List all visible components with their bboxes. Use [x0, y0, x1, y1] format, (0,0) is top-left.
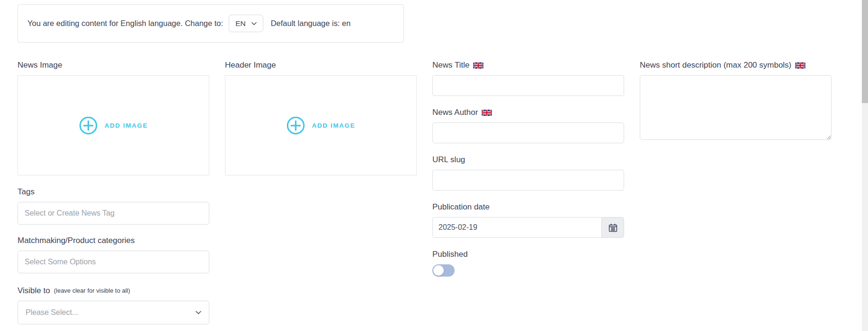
add-image-label: ADD IMAGE [105, 122, 148, 129]
categories-input[interactable] [18, 251, 209, 273]
news-title-input[interactable] [432, 75, 624, 96]
vertical-scrollbar [862, 0, 868, 331]
news-author-label-text: News Author [432, 108, 478, 117]
visible-to-select[interactable]: Please Select... [18, 301, 209, 324]
news-title-label-text: News Title [432, 61, 469, 70]
uk-flag-icon [795, 62, 805, 69]
chevron-down-icon [251, 22, 257, 26]
column-header-image: Header Image ADD IMAGE [225, 61, 417, 331]
news-image-dropzone[interactable]: ADD IMAGE [18, 75, 209, 175]
news-image-label: News Image [18, 61, 209, 70]
publication-date-label: Publication date [432, 202, 624, 212]
published-field: Published [432, 250, 624, 277]
news-author-input[interactable] [432, 122, 624, 143]
news-image-field: News Image ADD IMAGE [18, 61, 209, 175]
url-slug-label: URL slug [432, 155, 624, 165]
plus-circle-icon [286, 116, 305, 135]
short-description-label-text: News short description (max 200 symbols) [640, 61, 791, 70]
header-image-label: Header Image [225, 61, 417, 70]
visible-to-hint: (leave clear for visible to all) [54, 286, 130, 296]
tags-field: Tags [18, 187, 209, 225]
published-label: Published [432, 250, 624, 259]
categories-field: Matchmaking/Product categories [18, 236, 209, 273]
publication-date-group [432, 217, 624, 238]
uk-flag-icon [473, 62, 483, 69]
tags-input[interactable] [18, 202, 209, 225]
url-slug-field: URL slug [432, 155, 624, 191]
language-select[interactable]: EN [229, 15, 263, 32]
publication-date-input[interactable] [432, 217, 602, 238]
uk-flag-icon [482, 110, 492, 116]
column-news-image: News Image ADD IMAGE Tags Matchmaking/Pr… [18, 61, 209, 331]
default-language-note: Default language is: en [271, 19, 351, 28]
categories-label: Matchmaking/Product categories [18, 236, 209, 245]
language-banner-message: You are editing content for English lang… [27, 19, 223, 28]
toggle-knob [433, 265, 444, 276]
language-select-value: EN [235, 19, 246, 28]
news-title-field: News Title [432, 61, 624, 96]
chevron-down-icon [196, 311, 201, 314]
news-author-label: News Author [432, 108, 624, 117]
published-toggle[interactable] [432, 264, 455, 277]
scrollbar-thumb[interactable] [862, 0, 868, 103]
publication-date-field: Publication date [432, 202, 624, 238]
plus-circle-icon [79, 116, 98, 135]
calendar-icon [608, 223, 617, 232]
visible-to-selected-value: Please Select... [26, 308, 78, 317]
short-description-textarea[interactable] [640, 75, 832, 140]
header-image-field: Header Image ADD IMAGE [225, 61, 417, 175]
visible-to-label-text: Visible to [18, 286, 50, 296]
url-slug-input[interactable] [432, 170, 624, 191]
news-author-field: News Author [432, 108, 624, 143]
header-image-dropzone[interactable]: ADD IMAGE [225, 75, 417, 175]
news-title-label: News Title [432, 61, 624, 70]
tags-label: Tags [18, 187, 209, 197]
short-description-field: News short description (max 200 symbols) [640, 61, 832, 142]
add-image-label: ADD IMAGE [312, 122, 356, 129]
short-description-label: News short description (max 200 symbols) [640, 61, 832, 70]
language-banner: You are editing content for English lang… [18, 4, 404, 43]
column-description: News short description (max 200 symbols) [640, 61, 832, 331]
calendar-button[interactable] [601, 217, 624, 238]
visible-to-field: Visible to (leave clear for visible to a… [18, 286, 209, 324]
visible-to-label: Visible to (leave clear for visible to a… [18, 286, 209, 296]
column-news-meta: News Title News Author [432, 61, 624, 331]
form-columns: News Image ADD IMAGE Tags Matchmaking/Pr… [18, 61, 832, 331]
